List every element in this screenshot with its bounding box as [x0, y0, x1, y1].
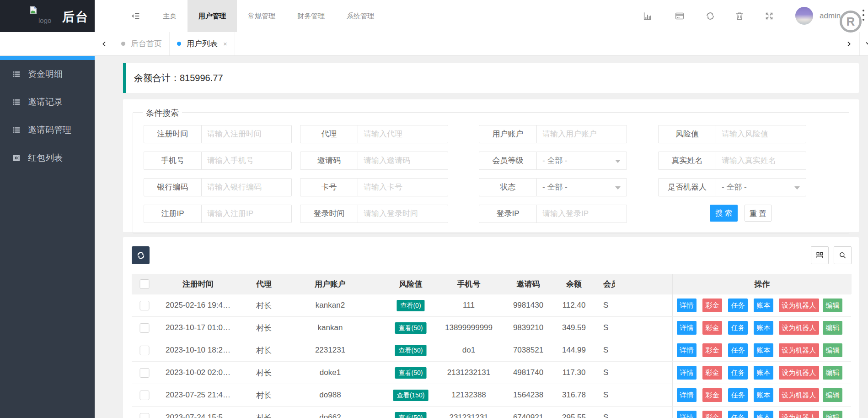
- field-select[interactable]: - 全部 -: [536, 152, 627, 170]
- tab-1[interactable]: 用户列表×: [170, 32, 235, 55]
- op-button-edit[interactable]: 编辑: [823, 299, 842, 312]
- op-button-set-robot[interactable]: 设为机器人: [779, 411, 819, 418]
- op-button-bonus[interactable]: 彩金: [702, 388, 722, 402]
- table-header-col-level: 会员等级: [603, 274, 615, 294]
- tab-0[interactable]: 后台首页: [114, 32, 170, 55]
- op-button-task[interactable]: 任务: [728, 321, 748, 335]
- credit-card-icon[interactable]: [675, 11, 685, 21]
- sidebar-item-1[interactable]: 资金明细: [0, 60, 95, 88]
- op-button-detail[interactable]: 详情: [677, 343, 697, 357]
- sidebar-item-3[interactable]: 邀请码管理: [0, 116, 95, 144]
- op-button-ledger[interactable]: 账本: [754, 411, 773, 418]
- risk-view-badge[interactable]: 查看(50): [395, 322, 427, 334]
- row-checkbox-cell: [140, 294, 150, 316]
- op-button-task[interactable]: 任务: [728, 343, 748, 357]
- field-input[interactable]: 请输入注册IP: [201, 205, 292, 223]
- tabs-scroll-right-icon[interactable]: [838, 32, 860, 55]
- op-button-task[interactable]: 任务: [728, 366, 748, 380]
- table-search-button[interactable]: [834, 246, 852, 264]
- op-button-ledger[interactable]: 账本: [754, 299, 773, 312]
- row-checkbox[interactable]: [140, 368, 150, 378]
- op-button-edit[interactable]: 编辑: [823, 343, 842, 357]
- op-button-edit[interactable]: 编辑: [823, 366, 842, 380]
- row-checkbox[interactable]: [140, 413, 150, 418]
- op-button-task[interactable]: 任务: [728, 299, 748, 312]
- field-input[interactable]: 请输入真实姓名: [716, 152, 806, 170]
- row-checkbox[interactable]: [140, 301, 150, 310]
- table-columns-button[interactable]: [811, 246, 829, 264]
- field-select[interactable]: - 全部 -: [536, 178, 627, 196]
- tabs-dropdown-icon[interactable]: [860, 32, 868, 55]
- bar-chart-icon[interactable]: [643, 11, 653, 21]
- op-button-set-robot[interactable]: 设为机器人: [779, 366, 819, 380]
- table-row: 2023-10-10 18:2…村长2231231查看(50)do1703852…: [132, 339, 851, 362]
- field-input[interactable]: 请输入邀请码: [358, 152, 448, 170]
- cell-level: S: [603, 317, 615, 339]
- risk-view-badge[interactable]: 查看(150): [393, 390, 429, 401]
- op-button-ledger[interactable]: 账本: [754, 321, 773, 335]
- field-input[interactable]: 请输入用户账户: [536, 125, 627, 143]
- tabs-scroll-left-icon[interactable]: [95, 32, 114, 55]
- sidebar-collapse-icon[interactable]: [120, 0, 152, 32]
- op-button-bonus[interactable]: 彩金: [702, 299, 722, 312]
- row-checkbox[interactable]: [140, 323, 150, 333]
- op-button-edit[interactable]: 编辑: [823, 411, 842, 418]
- op-button-set-robot[interactable]: 设为机器人: [779, 388, 819, 402]
- field-input[interactable]: 请输入手机号: [201, 152, 292, 170]
- risk-view-badge[interactable]: 查看(50): [395, 345, 427, 356]
- op-button-detail[interactable]: 详情: [677, 366, 697, 380]
- op-button-detail[interactable]: 详情: [677, 321, 697, 335]
- nav-item-0[interactable]: 主页: [152, 0, 188, 32]
- tab-close-icon[interactable]: ×: [223, 40, 227, 48]
- row-checkbox[interactable]: [140, 391, 150, 400]
- field-select[interactable]: - 全部 -: [716, 178, 806, 196]
- field-input[interactable]: 请输入风险值: [716, 125, 806, 143]
- more-vertical-icon[interactable]: [863, 10, 865, 23]
- row-checkbox[interactable]: [140, 346, 150, 355]
- field-input[interactable]: 请输入卡号: [358, 178, 448, 196]
- op-button-task[interactable]: 任务: [728, 411, 748, 418]
- op-button-bonus[interactable]: 彩金: [702, 366, 722, 380]
- op-button-edit[interactable]: 编辑: [823, 321, 842, 335]
- select-all-checkbox[interactable]: [140, 279, 150, 289]
- op-button-ledger[interactable]: 账本: [754, 366, 773, 380]
- avatar[interactable]: [795, 7, 813, 25]
- nav-item-2[interactable]: 常规管理: [237, 0, 286, 32]
- field-input[interactable]: 请输入代理: [358, 125, 448, 143]
- op-button-detail[interactable]: 详情: [677, 411, 697, 418]
- risk-view-badge[interactable]: 查看(50): [395, 412, 427, 418]
- sidebar-item-2[interactable]: 邀请记录: [0, 88, 95, 116]
- risk-view-badge[interactable]: 查看(0): [396, 300, 424, 311]
- op-button-bonus[interactable]: 彩金: [702, 411, 722, 418]
- op-button-bonus[interactable]: 彩金: [702, 321, 722, 335]
- op-button-bonus[interactable]: 彩金: [702, 343, 722, 357]
- op-button-detail[interactable]: 详情: [677, 388, 697, 402]
- search-button[interactable]: 搜 索: [710, 205, 738, 222]
- op-button-ledger[interactable]: 账本: [754, 343, 773, 357]
- op-button-set-robot[interactable]: 设为机器人: [779, 343, 819, 357]
- cell-agent: 村长: [256, 339, 272, 361]
- field-input[interactable]: 请输入登录IP: [536, 205, 627, 223]
- fullscreen-icon[interactable]: [764, 11, 774, 21]
- risk-view-badge[interactable]: 查看(50): [395, 367, 427, 379]
- refresh-icon[interactable]: [705, 11, 715, 21]
- nav-item-1[interactable]: 用户管理: [188, 0, 237, 32]
- op-button-edit[interactable]: 编辑: [823, 388, 842, 402]
- nav-item-4[interactable]: 系统管理: [336, 0, 385, 32]
- op-button-set-robot[interactable]: 设为机器人: [779, 321, 819, 335]
- field-input[interactable]: 请输入银行编码: [201, 178, 292, 196]
- field-label: 真实姓名: [658, 152, 716, 170]
- op-button-task[interactable]: 任务: [728, 388, 748, 402]
- field-input[interactable]: 请输入登录时间: [358, 205, 448, 223]
- trash-icon[interactable]: [734, 11, 745, 21]
- op-button-detail[interactable]: 详情: [677, 299, 697, 312]
- sidebar-item-4[interactable]: 红包列表: [0, 144, 95, 172]
- search-field-6: 会员等级- 全部 -: [479, 152, 627, 170]
- reset-button[interactable]: 重 置: [745, 205, 772, 222]
- op-button-set-robot[interactable]: 设为机器人: [779, 299, 819, 312]
- admin-username[interactable]: admin: [820, 0, 841, 32]
- nav-item-3[interactable]: 财务管理: [286, 0, 336, 32]
- field-input[interactable]: 请输入注册时间: [201, 125, 292, 143]
- op-button-ledger[interactable]: 账本: [754, 388, 773, 402]
- table-refresh-button[interactable]: [132, 246, 150, 264]
